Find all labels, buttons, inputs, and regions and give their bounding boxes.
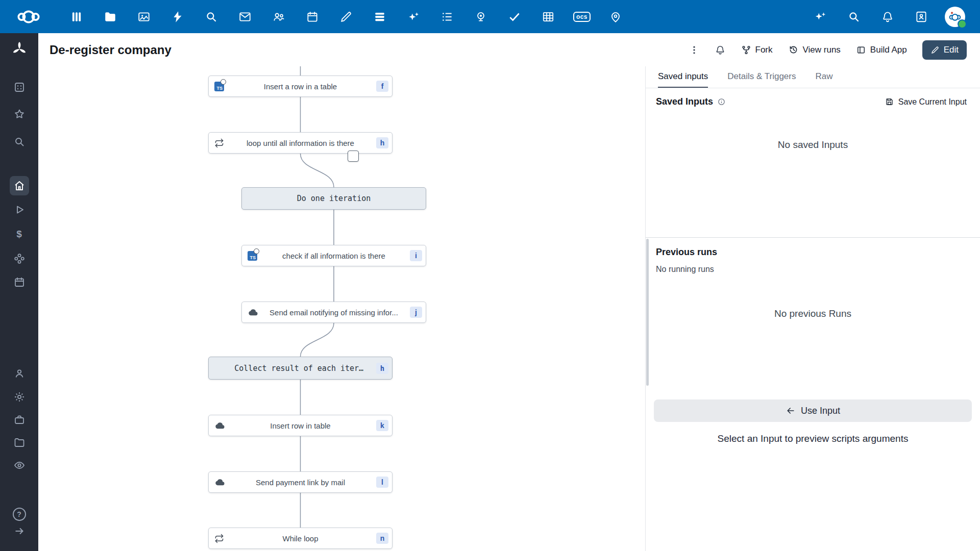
assistant-sparkles-icon[interactable] — [810, 7, 830, 27]
flow-node-insert-row[interactable]: Insert row in table k — [208, 415, 393, 436]
topbar-right — [810, 0, 965, 33]
online-status-dot — [958, 19, 967, 29]
flow-note-collect-result[interactable]: Collect result of each iteration h — [208, 357, 393, 380]
panel-scrollbar[interactable] — [646, 239, 649, 386]
flow-node-badge: i — [410, 250, 422, 261]
page-title: De-register company — [50, 43, 172, 57]
flow-note-label: Do one iteration — [297, 194, 371, 203]
flow-node-badge: j — [410, 307, 422, 318]
maps-pin-app-icon[interactable] — [605, 7, 626, 27]
variables-dollar-icon[interactable]: $ — [13, 228, 26, 241]
saved-inputs-section: Saved Inputs Save Current Input No saved… — [646, 88, 980, 237]
edit-button[interactable]: Edit — [922, 40, 967, 60]
tasks-list-app-icon[interactable] — [437, 7, 457, 27]
cloud-icon — [214, 421, 225, 430]
user-avatar[interactable] — [945, 7, 965, 27]
flow-node-send-payment-link[interactable]: Send payment link by mail l — [208, 471, 393, 493]
search-icon[interactable] — [13, 135, 26, 148]
schedules-calendar-icon[interactable] — [13, 276, 26, 289]
tab-saved-inputs[interactable]: Saved inputs — [658, 66, 708, 88]
notes-pencil-icon[interactable] — [336, 7, 356, 27]
notifications-bell-icon[interactable] — [877, 7, 898, 27]
tab-details-triggers[interactable]: Details & Triggers — [727, 66, 796, 88]
panel-tabs: Saved inputs Details & Triggers Raw — [646, 66, 980, 88]
calendar-app-icon[interactable] — [302, 7, 323, 27]
help-icon[interactable]: ? — [13, 508, 26, 521]
no-saved-inputs-message: No saved Inputs — [646, 139, 980, 151]
deck-app-icon[interactable] — [370, 7, 390, 27]
unified-search-icon[interactable] — [844, 7, 864, 27]
webcam-app-icon[interactable] — [471, 7, 491, 27]
nextcloud-topbar: ocs — [0, 0, 980, 33]
nextcloud-logo-icon[interactable] — [14, 8, 43, 26]
build-app-label: Build App — [870, 45, 907, 55]
previous-runs-section: Previous runs No running runs No previou… — [646, 237, 980, 396]
tab-raw[interactable]: Raw — [815, 66, 832, 88]
files-folder-icon[interactable] — [100, 7, 120, 27]
cloud-icon — [214, 478, 225, 486]
resources-cluster-icon[interactable] — [13, 252, 26, 265]
typescript-icon: TS — [214, 82, 224, 91]
tables-app-icon[interactable] — [538, 7, 558, 27]
previous-runs-title: Previous runs — [646, 238, 980, 258]
no-running-runs-text: No running runs — [646, 258, 980, 274]
contacts-menu-icon[interactable] — [911, 7, 932, 27]
workers-briefcase-icon[interactable] — [13, 413, 26, 427]
save-current-input-button[interactable]: Save Current Input — [881, 96, 970, 107]
flow-node-insert-a-row[interactable]: TS Insert a row in a table f — [208, 76, 393, 97]
flow-node-while-loop[interactable]: While loop n — [208, 528, 393, 549]
app-root: ocs — [0, 0, 980, 551]
search-app-icon[interactable] — [201, 7, 222, 27]
contacts-app-icon[interactable] — [268, 7, 289, 27]
logout-arrow-icon[interactable] — [13, 524, 26, 538]
users-person-icon[interactable] — [13, 367, 26, 380]
flow-node-badge: l — [376, 477, 388, 488]
use-input-label: Use Input — [801, 406, 840, 416]
photos-app-icon[interactable] — [134, 7, 154, 27]
dashboard-app-icon[interactable] — [66, 7, 87, 27]
flow-node-label: Insert a row in a table — [264, 82, 337, 91]
save-floppy-icon — [885, 97, 894, 107]
more-options-kebab-button[interactable] — [689, 45, 699, 55]
flow-canvas[interactable]: TS Insert a row in a table f loop until … — [38, 66, 645, 551]
info-icon[interactable] — [717, 97, 726, 106]
flow-node-label: Insert row in table — [270, 421, 330, 430]
select-input-hint: Select an Input to preview scripts argum… — [646, 433, 980, 444]
topbar-app-icons: ocs — [66, 7, 626, 27]
build-app-button[interactable]: Build App — [856, 45, 907, 55]
windmill-logo-icon[interactable] — [11, 40, 28, 60]
folders-folder-icon[interactable] — [13, 436, 26, 449]
activity-bolt-icon[interactable] — [167, 7, 188, 27]
home-nav-item[interactable] — [10, 176, 29, 195]
flow-collapsed-node[interactable] — [348, 151, 359, 162]
flow-node-badge: h — [376, 363, 388, 374]
settings-gear-icon[interactable] — [13, 390, 26, 404]
flow-node-label: While loop — [282, 534, 318, 543]
flow-node-loop-until[interactable]: loop until all information is there h — [208, 132, 393, 154]
loop-icon — [214, 138, 224, 148]
view-runs-label: View runs — [803, 45, 841, 55]
flow-node-label: loop until all information is there — [247, 139, 354, 147]
mail-app-icon[interactable] — [235, 7, 255, 27]
use-input-section: Use Input Select an Input to preview scr… — [646, 395, 980, 444]
typescript-icon: TS — [248, 251, 257, 261]
view-runs-button[interactable]: View runs — [788, 44, 841, 55]
tasks-check-app-icon[interactable] — [504, 7, 525, 27]
flow-node-badge: n — [376, 533, 388, 544]
ocs-label: ocs — [573, 12, 591, 22]
runs-play-icon[interactable] — [13, 203, 26, 216]
flow-note-label: Collect result of each iteration — [234, 364, 366, 373]
apps-grid-icon[interactable] — [13, 81, 26, 94]
sparkle-star-app-icon[interactable] — [403, 7, 424, 27]
use-input-button[interactable]: Use Input — [654, 399, 972, 422]
fork-button[interactable]: Fork — [741, 45, 773, 55]
flow-bell-button[interactable] — [715, 44, 726, 56]
flow-header: De-register company Fork View runs Build… — [38, 33, 980, 67]
flow-node-send-email[interactable]: Send email notifying of missing infor...… — [241, 302, 426, 323]
favorites-star-icon[interactable] — [13, 108, 26, 121]
ocs-app-icon[interactable]: ocs — [572, 7, 592, 27]
audit-eye-icon[interactable] — [13, 459, 26, 472]
flow-node-badge: h — [376, 137, 388, 148]
flow-node-check-information[interactable]: TS check if all information is there i — [241, 245, 426, 266]
flow-note-do-one-iteration[interactable]: Do one iteration — [241, 187, 426, 210]
